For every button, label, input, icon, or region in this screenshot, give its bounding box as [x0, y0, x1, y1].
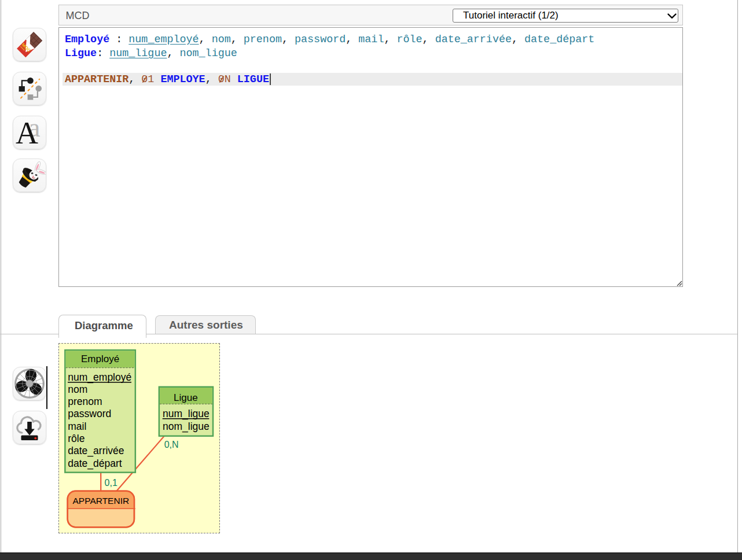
svg-text:date_départ: date_départ	[68, 458, 122, 470]
svg-text:date_arrivée: date_arrivée	[68, 445, 124, 457]
svg-text:A: A	[16, 116, 38, 149]
svg-text:nom: nom	[68, 384, 87, 395]
svg-text:APPARTENIR: APPARTENIR	[73, 496, 130, 506]
svg-text:prenom: prenom	[68, 396, 102, 407]
svg-text:num_employé: num_employé	[68, 371, 131, 384]
svg-text:Ligue: Ligue	[174, 392, 198, 403]
svg-text:nom_ligue: nom_ligue	[163, 421, 210, 433]
svg-text:Employé: Employé	[81, 353, 119, 364]
svg-text:0,1: 0,1	[105, 478, 117, 488]
svg-text:0,N: 0,N	[164, 440, 179, 450]
svg-text:password: password	[68, 408, 111, 419]
svg-text:rôle: rôle	[68, 433, 85, 444]
svg-text:mail: mail	[68, 421, 86, 432]
